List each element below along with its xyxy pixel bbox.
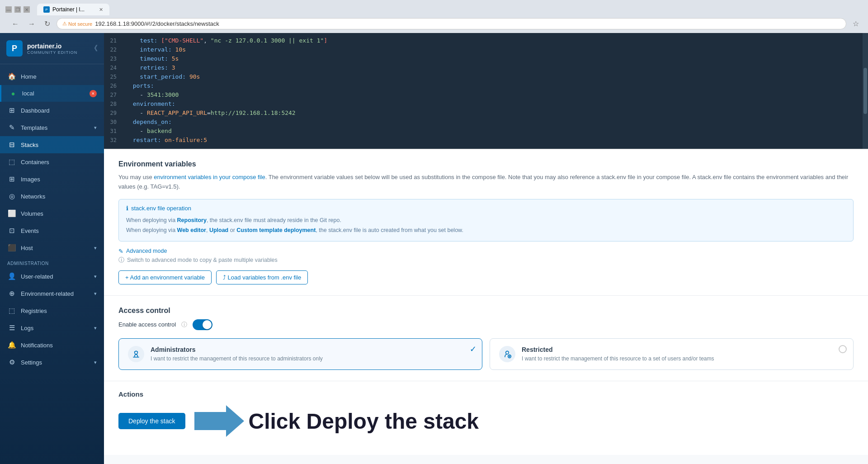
- endpoint-close-icon[interactable]: ✕: [90, 90, 97, 97]
- sidebar-item-logs[interactable]: ☰ Logs ▾: [0, 319, 104, 336]
- access-control-title: Access control: [118, 307, 854, 315]
- containers-icon: ⬚: [7, 158, 16, 166]
- administrators-card[interactable]: Administrators I want to restrict the ma…: [118, 338, 482, 370]
- chevron-down-icon: ▾: [94, 125, 97, 131]
- code-line: 24 retries: 3: [104, 64, 868, 73]
- code-line: 21 test: ["CMD-SHELL", "nc -z 127.0.0.1 …: [104, 37, 868, 46]
- toggle-knob: [203, 320, 212, 329]
- restricted-card[interactable]: Restricted I want to restrict the manage…: [490, 338, 854, 370]
- help-icon: ⓘ: [181, 321, 187, 329]
- host-icon: ⬛: [7, 244, 16, 252]
- check-icon: ✓: [470, 344, 476, 354]
- sidebar-item-registries[interactable]: ⬚ Registries: [0, 302, 104, 319]
- sidebar-item-images[interactable]: ⊞ Images: [0, 170, 104, 188]
- sidebar-item-settings[interactable]: ⚙ Settings ▾: [0, 354, 104, 371]
- scrollbar-thumb[interactable]: [863, 68, 867, 114]
- mode-controls: ✎ Advanced mode ⓘ Switch to advanced mod…: [118, 248, 854, 264]
- svg-point-0: [135, 351, 138, 354]
- svg-marker-8: [194, 405, 244, 437]
- deploy-stack-button[interactable]: Deploy the stack: [118, 413, 185, 429]
- reload-button[interactable]: ↻: [42, 19, 53, 29]
- tab-favicon: P: [43, 6, 50, 13]
- sidebar-item-label: Host: [21, 245, 33, 251]
- sidebar-item-dashboard[interactable]: ⊞ Dashboard: [0, 102, 104, 119]
- sidebar-item-containers[interactable]: ⬚ Containers: [0, 153, 104, 170]
- administrators-icon: [128, 346, 144, 362]
- code-line: 27 - 3541:3000: [104, 91, 868, 100]
- sidebar-item-notifications[interactable]: 🔔 Notifications: [0, 336, 104, 354]
- minimize-button[interactable]: —: [5, 6, 12, 13]
- enable-access-control-label: Enable access control: [118, 321, 176, 328]
- events-icon: ⊡: [7, 227, 16, 235]
- sidebar-item-label: Stacks: [21, 142, 38, 148]
- env-link[interactable]: environment variables in your compose fi…: [154, 174, 265, 180]
- access-control-row: Enable access control ⓘ: [118, 319, 854, 330]
- restricted-icon: [499, 346, 515, 362]
- administration-section-label: Administration: [0, 256, 104, 268]
- load-env-file-button[interactable]: ⤴ Load variables from .env file: [216, 270, 308, 284]
- browser-tab[interactable]: P Portainer | l... ✕: [37, 4, 109, 15]
- advanced-mode-link[interactable]: ✎ Advanced mode: [118, 248, 854, 255]
- volumes-icon: ⬜: [7, 209, 16, 218]
- back-button[interactable]: ←: [9, 19, 22, 29]
- env-buttons: + Add an environment variable ⤴ Load var…: [118, 270, 854, 284]
- code-line: 22 interval: 10s: [104, 46, 868, 55]
- environment-icon: ⊕: [7, 289, 16, 298]
- sidebar-item-label: Home: [21, 73, 37, 80]
- dashboard-icon: ⊞: [7, 106, 16, 114]
- user-icon: 👤: [7, 272, 16, 280]
- sidebar-collapse-button[interactable]: 《: [90, 44, 98, 53]
- portainer-logo: P: [6, 40, 23, 57]
- chevron-down-icon: ▾: [94, 245, 97, 251]
- restricted-radio[interactable]: [839, 345, 847, 353]
- sidebar: P portainer.io COMMUNITY EDITION 《 🏠 Hom…: [0, 33, 104, 464]
- bookmark-button[interactable]: ☆: [853, 19, 859, 28]
- home-icon: 🏠: [7, 72, 16, 80]
- add-env-variable-button[interactable]: + Add an environment variable: [118, 270, 212, 284]
- env-section-title: Environment variables: [118, 160, 854, 168]
- sidebar-item-label: Networks: [21, 193, 45, 200]
- sidebar-item-label: Templates: [21, 124, 47, 131]
- sidebar-item-label: Environment-related: [21, 290, 74, 297]
- forward-button[interactable]: →: [25, 19, 38, 29]
- security-indicator: ⚠ Not secure: [62, 21, 92, 27]
- access-control-toggle[interactable]: [193, 319, 212, 330]
- window-controls[interactable]: — ❐ ✕: [5, 6, 30, 13]
- info-box-title: ℹ stack.env file operation: [126, 205, 846, 212]
- templates-icon: ✎: [7, 123, 16, 132]
- sidebar-item-label: Logs: [21, 325, 33, 331]
- restricted-card-desc: I want to restrict the management of thi…: [522, 355, 714, 363]
- svg-point-4: [506, 351, 509, 354]
- close-button[interactable]: ✕: [24, 6, 30, 13]
- sidebar-item-user-related[interactable]: 👤 User-related ▾: [0, 268, 104, 285]
- scrollbar[interactable]: [863, 33, 868, 149]
- tab-close-icon[interactable]: ✕: [99, 7, 103, 13]
- browser-chrome: — ❐ ✕ P Portainer | l... ✕ ← → ↻ ⚠ Not s…: [0, 0, 868, 33]
- code-line: 30 depends_on:: [104, 118, 868, 127]
- sidebar-item-home[interactable]: 🏠 Home: [0, 68, 104, 85]
- sidebar-item-volumes[interactable]: ⬜ Volumes: [0, 205, 104, 222]
- tab-title: Portainer | l...: [52, 6, 85, 13]
- environment-variables-section: Environment variables You may use enviro…: [104, 149, 868, 296]
- logo-sub: COMMUNITY EDITION: [27, 50, 77, 55]
- sidebar-item-networks[interactable]: ◎ Networks: [0, 188, 104, 205]
- chevron-down-icon: ▾: [94, 291, 97, 297]
- address-bar[interactable]: ⚠ Not secure 192.168.1.18:9000/#!/2/dock…: [57, 18, 846, 29]
- notifications-icon: 🔔: [7, 341, 16, 349]
- sidebar-item-templates[interactable]: ✎ Templates ▾: [0, 119, 104, 136]
- sidebar-item-label: Settings: [21, 359, 42, 366]
- sidebar-item-events[interactable]: ⊡ Events: [0, 222, 104, 239]
- chevron-down-icon: ▾: [94, 325, 97, 331]
- sidebar-item-local-endpoint[interactable]: ● local ✕: [0, 85, 104, 102]
- images-icon: ⊞: [7, 175, 16, 183]
- sidebar-item-stacks[interactable]: ⊟ Stacks: [0, 136, 104, 153]
- maximize-button[interactable]: ❐: [14, 6, 21, 13]
- access-cards: Administrators I want to restrict the ma…: [118, 338, 854, 370]
- stacks-icon: ⊟: [7, 141, 16, 149]
- sidebar-item-label: Events: [21, 227, 39, 234]
- sidebar-item-environment-related[interactable]: ⊕ Environment-related ▾: [0, 285, 104, 302]
- registries-icon: ⬚: [7, 307, 16, 315]
- code-line: 26 ports:: [104, 82, 868, 91]
- code-editor: 21 test: ["CMD-SHELL", "nc -z 127.0.0.1 …: [104, 33, 868, 149]
- sidebar-item-host[interactable]: ⬛ Host ▾: [0, 239, 104, 256]
